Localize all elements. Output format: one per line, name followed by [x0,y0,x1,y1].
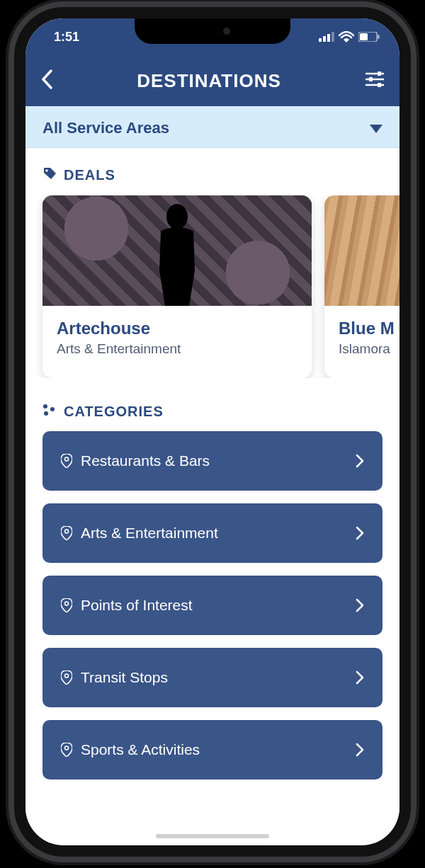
svg-point-13 [45,169,48,172]
category-label: Points of Interest [81,597,193,614]
category-label: Transit Stops [81,669,168,686]
deal-image [324,195,400,306]
nav-header: DESTINATIONS [26,55,400,106]
chevron-right-icon [356,670,364,685]
cellular-icon [319,32,334,42]
filter-button[interactable] [366,71,384,91]
svg-point-17 [44,411,48,416]
deal-card[interactable]: Artechouse Arts & Entertainment [42,195,312,378]
deal-title: Artechouse [57,319,298,338]
svg-rect-12 [378,83,381,87]
caret-down-icon [370,119,382,137]
svg-rect-0 [319,38,322,42]
categories-section-header: CATEGORIES [42,399,382,431]
pin-icon [61,526,72,540]
svg-point-14 [166,204,188,229]
deal-subtitle: Islamora [339,341,400,357]
svg-point-15 [43,404,47,409]
chevron-right-icon [356,598,364,612]
back-button[interactable] [41,69,52,92]
svg-rect-3 [332,32,334,42]
chevron-right-icon [356,743,364,757]
service-area-selected: All Service Areas [42,119,169,137]
deal-title: Blue M [339,319,400,338]
svg-rect-11 [369,77,373,81]
svg-point-20 [65,602,69,605]
pin-icon [61,670,72,685]
category-label: Restaurants & Bars [81,452,210,469]
deal-subtitle: Arts & Entertainment [57,341,298,357]
tag-icon [42,166,57,184]
category-item-restaurants[interactable]: Restaurants & Bars [42,431,382,491]
category-item-transit[interactable]: Transit Stops [42,648,382,707]
category-item-arts[interactable]: Arts & Entertainment [42,503,382,563]
deal-image [42,195,312,306]
status-time: 1:51 [54,30,79,45]
svg-point-22 [65,746,69,750]
deals-label: DEALS [64,167,115,183]
chevron-left-icon [41,69,52,89]
category-item-poi[interactable]: Points of Interest [42,576,382,635]
svg-point-16 [50,407,55,411]
categories-label: CATEGORIES [64,404,164,420]
person-silhouette-icon [147,200,208,306]
chevron-right-icon [356,526,364,540]
pin-icon [61,743,72,757]
category-item-sports[interactable]: Sports & Activities [42,720,382,780]
pin-icon [61,454,72,468]
svg-rect-6 [378,35,380,39]
deal-card[interactable]: Blue M Islamora [324,195,400,378]
svg-rect-2 [327,34,330,42]
svg-rect-10 [378,72,381,76]
svg-point-18 [65,457,69,461]
home-indicator[interactable] [156,834,269,838]
service-area-dropdown[interactable]: All Service Areas [26,106,400,148]
battery-icon [358,32,380,42]
dots-icon [42,404,57,420]
svg-point-21 [65,674,69,678]
sliders-icon [366,71,384,88]
category-label: Sports & Activities [81,741,200,758]
deals-section-header: DEALS [26,162,400,195]
svg-point-19 [65,530,69,533]
category-label: Arts & Entertainment [81,525,218,542]
page-title: DESTINATIONS [137,70,281,92]
pin-icon [61,598,72,612]
deals-carousel[interactable]: Artechouse Arts & Entertainment Blue M I… [26,195,400,378]
svg-rect-1 [323,36,326,42]
svg-rect-5 [360,33,368,40]
wifi-icon [339,31,354,42]
chevron-right-icon [356,454,364,468]
